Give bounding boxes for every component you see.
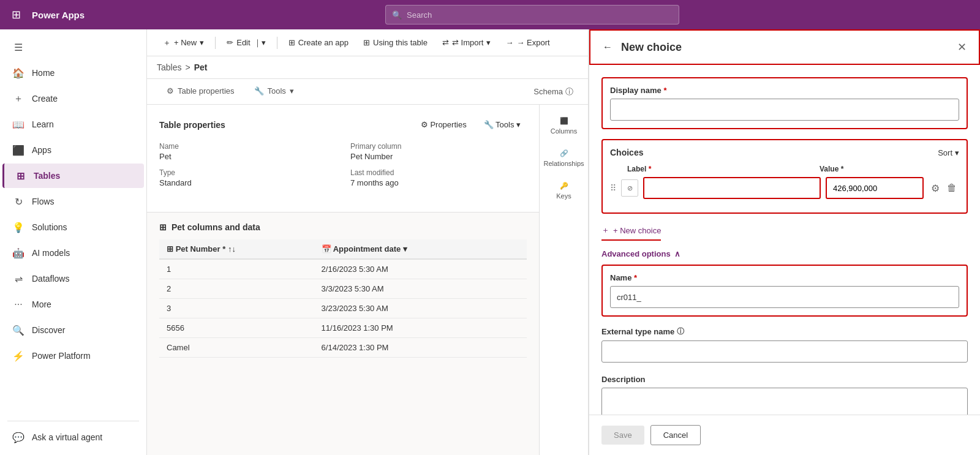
choice-delete-button[interactable]: 🗑 [944, 180, 959, 196]
schema-sidebar: ⬛ Columns 🔗 Relationships 🔑 Keys [539, 105, 588, 455]
sidebar-item-solutions[interactable]: 💡 Solutions [2, 215, 144, 239]
cell-pet-number: 5656 [159, 318, 314, 338]
solutions-icon: 💡 [12, 221, 24, 233]
create-icon: ＋ [12, 92, 24, 105]
tab-table-properties[interactable]: ⚙ Table properties [157, 79, 244, 104]
table-row: 3 3/23/2023 5:30 AM [159, 299, 527, 318]
props-header: Table properties ⚙ Properties 🔧 Tools ▾ [159, 117, 527, 132]
main-content-panel: Table properties ⚙ Properties 🔧 Tools ▾ … [147, 105, 539, 455]
sidebar-item-apps[interactable]: ⬛ Apps [2, 138, 144, 162]
sidebar-item-tables[interactable]: ⊞ Tables [2, 164, 144, 188]
choice-settings-button[interactable]: ⚙ [929, 180, 942, 197]
more-icon: ··· [12, 298, 24, 310]
table-icon: ⊞ [159, 222, 167, 232]
import-icon: ⇄ [442, 38, 449, 47]
col-pet-number[interactable]: ⊞ Pet Number * ↑↓ [159, 239, 314, 259]
save-button[interactable]: Save [601, 426, 644, 445]
schema-relationships[interactable]: 🔗 Relationships [540, 142, 588, 175]
using-table-button[interactable]: ⊞ Using this table [357, 35, 434, 50]
schema-info-icon: ⓘ [565, 86, 573, 97]
sidebar-item-learn[interactable]: 📖 Learn [2, 112, 144, 137]
sidebar-item-ai-models[interactable]: 🤖 AI models [2, 241, 144, 265]
cancel-button[interactable]: Cancel [650, 425, 701, 445]
prop-primary-column: Primary column Pet Number [350, 142, 527, 161]
export-button[interactable]: → → Export [499, 35, 556, 50]
sidebar-item-more[interactable]: ··· More [2, 292, 144, 317]
properties-action-btn[interactable]: ⚙ Properties [415, 117, 473, 132]
tools-dropdown-icon: ▾ [290, 86, 294, 96]
choice-color-icon[interactable]: ⊘ [621, 179, 638, 197]
learn-icon: 📖 [12, 118, 24, 130]
display-name-group: Display name * [601, 77, 968, 129]
export-icon: → [505, 38, 513, 47]
choice-label-input[interactable] [643, 177, 821, 199]
tools-action-btn[interactable]: 🔧 Tools ▾ [478, 117, 527, 132]
choices-section: Choices Sort ▾ Label * Value * [601, 139, 968, 214]
cell-appointment-date: 2/16/2023 5:30 AM [314, 259, 500, 279]
dataflows-icon: ⇌ [12, 273, 24, 285]
table-row: 5656 11/16/2023 1:30 PM [159, 318, 527, 338]
table-content: Table properties ⚙ Properties 🔧 Tools ▾ … [147, 105, 588, 455]
sidebar-item-label: Flows [32, 197, 55, 206]
schema-keys[interactable]: 🔑 Keys [540, 175, 588, 207]
cell-pet-number: 2 [159, 279, 314, 299]
advanced-options-button[interactable]: Advanced options ∧ [601, 243, 680, 265]
sort-icon: ↑↓ [228, 244, 236, 254]
breadcrumb-current: Pet [194, 62, 208, 72]
new-dropdown-icon: ▾ [200, 38, 204, 47]
search-input[interactable] [407, 10, 673, 20]
props-title: Table properties [159, 120, 225, 130]
display-name-label: Display name * [610, 86, 959, 95]
external-type-input[interactable] [601, 340, 968, 363]
tab-tools[interactable]: 🔧 Tools ▾ [244, 79, 304, 104]
using-table-icon: ⊞ [363, 38, 370, 47]
sidebar-item-dataflows[interactable]: ⇌ Dataflows [2, 266, 144, 291]
col-appointment-date[interactable]: 📅 Appointment date ▾ [314, 239, 500, 259]
name-field-label: Name * [610, 273, 959, 282]
sidebar-item-flows[interactable]: ↻ Flows [2, 189, 144, 214]
table-tabs-bar: ⚙ Table properties 🔧 Tools ▾ Schema ⓘ [147, 79, 588, 105]
table-row: Camel 6/14/2023 1:30 PM [159, 338, 527, 358]
choices-title: Choices [610, 148, 643, 157]
choice-row: ⠿ ⊘ ⚙ 🗑 [610, 177, 959, 199]
panel-close-button[interactable]: ✕ [955, 38, 969, 56]
props-actions: ⚙ Properties 🔧 Tools ▾ [415, 117, 527, 132]
sidebar-item-collapse[interactable]: ☰ [2, 35, 144, 59]
sidebar-item-virtual-agent[interactable]: 💬 Ask a virtual agent [2, 425, 144, 449]
columns-icon: ⬛ [560, 117, 568, 125]
sidebar-item-create[interactable]: ＋ Create [2, 86, 144, 111]
description-textarea[interactable] [601, 388, 968, 415]
drag-handle[interactable]: ⠿ [610, 183, 616, 193]
import-button[interactable]: ⇄ ⇄ Import ▾ [436, 35, 497, 50]
new-choice-button[interactable]: ＋ + New choice [601, 221, 661, 241]
sidebar-item-label: Tables [34, 171, 60, 181]
panel-back-button[interactable]: ← [600, 39, 615, 55]
new-button[interactable]: ＋ + New ▾ [157, 34, 210, 51]
choice-value-input[interactable] [826, 177, 924, 199]
sidebar-item-home[interactable]: 🏠 Home [2, 61, 144, 85]
create-app-button[interactable]: ⊞ Create an app [282, 35, 355, 50]
sidebar-item-label: Dataflows [32, 274, 69, 284]
info-icon: ⓘ [677, 326, 684, 337]
sidebar-item-discover[interactable]: 🔍 Discover [2, 318, 144, 342]
breadcrumb-parent[interactable]: Tables [157, 62, 181, 72]
sort-button[interactable]: Sort ▾ [938, 148, 959, 157]
cell-pet-number: Camel [159, 338, 314, 358]
name-input[interactable] [610, 286, 959, 308]
sidebar-item-power-platform[interactable]: ⚡ Power Platform [2, 344, 144, 368]
choices-header: Choices Sort ▾ [610, 148, 959, 157]
display-name-input[interactable] [610, 99, 959, 121]
collapse-icon: ☰ [12, 41, 24, 53]
schema-columns[interactable]: ⬛ Columns [540, 110, 588, 142]
app-logo: Power Apps [32, 10, 85, 20]
virtual-agent-icon: 💬 [12, 431, 24, 443]
sidebar-item-label: Discover [32, 325, 65, 335]
keys-icon: 🔑 [560, 182, 568, 190]
data-table-section: ⊞ Pet columns and data ⊞ Pet Number * ↑↓ [147, 212, 539, 367]
panel-content: Display name * Choices Sort ▾ Labe [589, 65, 980, 415]
edit-button[interactable]: ✏ Edit ｜▾ [221, 34, 271, 51]
table-row: 2 3/3/2023 5:30 AM [159, 279, 527, 299]
search-bar[interactable]: 🔍 [385, 5, 679, 24]
waffle-icon[interactable]: ⊞ [7, 8, 24, 21]
table-properties-panel: Table properties ⚙ Properties 🔧 Tools ▾ … [147, 105, 539, 212]
